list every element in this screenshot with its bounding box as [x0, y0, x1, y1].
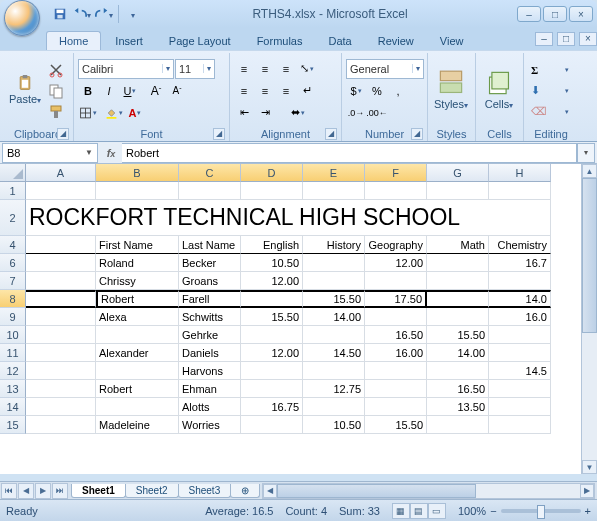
cell[interactable] [26, 272, 96, 290]
cell[interactable]: 16.00 [365, 344, 427, 362]
row-header-12[interactable]: 12 [0, 362, 26, 380]
cell[interactable] [26, 236, 96, 254]
cell[interactable]: Madeleine [96, 416, 179, 434]
cell[interactable]: 10.50 [241, 254, 303, 272]
cell[interactable] [489, 398, 551, 416]
scroll-down-button[interactable]: ▼ [582, 460, 597, 474]
align-middle-button[interactable]: ≡ [255, 59, 275, 79]
cell[interactable]: History [303, 236, 365, 254]
cell[interactable]: 12.00 [241, 272, 303, 290]
cell[interactable] [365, 398, 427, 416]
cell[interactable] [26, 398, 96, 416]
align-right-button[interactable]: ≡ [276, 81, 296, 101]
align-center-button[interactable]: ≡ [255, 81, 275, 101]
tab-nav-next[interactable]: ▶ [35, 483, 51, 499]
zoom-slider[interactable] [501, 509, 581, 513]
cell[interactable] [427, 416, 489, 434]
cell[interactable]: 12.75 [303, 380, 365, 398]
wrap-text-button[interactable]: ↵ [297, 81, 317, 101]
hscroll-thumb[interactable] [277, 484, 475, 498]
cell[interactable] [179, 182, 241, 200]
cell[interactable]: 15.50 [241, 308, 303, 326]
cell[interactable]: Chrissy [96, 272, 179, 290]
col-header-G[interactable]: G [427, 164, 489, 182]
title-cell[interactable]: ROCKFORT TECHNICAL HIGH SCHOOL [26, 200, 551, 236]
increase-font-button[interactable]: Aˆ [146, 81, 166, 101]
italic-button[interactable]: I [99, 81, 119, 101]
cell[interactable] [365, 380, 427, 398]
cell[interactable] [489, 380, 551, 398]
ribbon-tab-home[interactable]: Home [46, 31, 101, 50]
cell[interactable]: English [241, 236, 303, 254]
paste-button[interactable]: Paste [6, 55, 44, 126]
row-header-9[interactable]: 9 [0, 308, 26, 326]
cell[interactable] [26, 344, 96, 362]
cell[interactable]: Groans [179, 272, 241, 290]
page-break-view-button[interactable]: ▭ [428, 503, 446, 519]
cell[interactable]: Alexander [96, 344, 179, 362]
font-size-combo[interactable]: 11▾ [175, 59, 215, 79]
cell[interactable] [241, 362, 303, 380]
cell[interactable]: 13.50 [427, 398, 489, 416]
scroll-up-button[interactable]: ▲ [582, 164, 597, 178]
styles-button[interactable]: Styles [432, 55, 470, 126]
cell[interactable]: Robert [96, 290, 179, 308]
maximize-button[interactable]: □ [543, 6, 567, 22]
ribbon-tab-review[interactable]: Review [366, 32, 426, 50]
vscroll-thumb[interactable] [582, 178, 597, 333]
decrease-indent-button[interactable]: ⇤ [234, 103, 254, 123]
select-all-corner[interactable] [0, 164, 26, 182]
cell[interactable] [489, 272, 551, 290]
cell[interactable] [427, 182, 489, 200]
cell[interactable]: Ehman [179, 380, 241, 398]
sheet-tab-sheet3[interactable]: Sheet3 [178, 484, 232, 498]
row-header-6[interactable]: 6 [0, 254, 26, 272]
orientation-button[interactable]: ⤡▾ [297, 59, 317, 79]
cell[interactable] [26, 362, 96, 380]
align-bottom-button[interactable]: ≡ [276, 59, 296, 79]
cell[interactable]: 14.00 [303, 308, 365, 326]
percent-format-button[interactable]: % [367, 81, 387, 101]
cell[interactable]: Worries [179, 416, 241, 434]
font-name-combo[interactable]: Calibri▾ [78, 59, 174, 79]
office-button[interactable] [4, 0, 40, 36]
cell[interactable] [26, 326, 96, 344]
zoom-out-button[interactable]: − [490, 505, 496, 517]
cell[interactable] [427, 308, 489, 326]
formula-input[interactable]: Robert [122, 143, 577, 163]
alignment-dialog-launcher[interactable]: ◢ [325, 128, 337, 140]
cell[interactable] [489, 182, 551, 200]
tab-nav-first[interactable]: ⏮ [1, 483, 17, 499]
align-top-button[interactable]: ≡ [234, 59, 254, 79]
underline-button[interactable]: U▾ [120, 81, 140, 101]
col-header-C[interactable]: C [179, 164, 241, 182]
cell[interactable] [427, 290, 489, 308]
copy-button[interactable] [46, 81, 66, 101]
cell[interactable] [241, 326, 303, 344]
cell[interactable] [489, 344, 551, 362]
save-icon[interactable] [50, 4, 70, 24]
accounting-format-button[interactable]: $▾ [346, 81, 366, 101]
cell[interactable]: Last Name [179, 236, 241, 254]
clear-button[interactable]: ⌫▾ [528, 102, 572, 122]
cell[interactable]: Alotts [179, 398, 241, 416]
fx-icon[interactable]: fx [102, 147, 120, 159]
ribbon-tab-page-layout[interactable]: Page Layout [157, 32, 243, 50]
increase-decimal-button[interactable]: .0→ [346, 103, 366, 123]
cell[interactable]: Harvons [179, 362, 241, 380]
vertical-scrollbar[interactable]: ▲ ▼ [581, 164, 597, 474]
cell[interactable]: Farell [179, 290, 241, 308]
format-painter-button[interactable] [46, 102, 66, 122]
col-header-H[interactable]: H [489, 164, 551, 182]
cell[interactable] [427, 254, 489, 272]
increase-indent-button[interactable]: ⇥ [255, 103, 275, 123]
zoom-control[interactable]: 100% − + [458, 505, 591, 517]
font-color-button[interactable]: A▾ [125, 103, 145, 123]
ribbon-tab-view[interactable]: View [428, 32, 476, 50]
cell[interactable] [96, 326, 179, 344]
row-header-14[interactable]: 14 [0, 398, 26, 416]
cell[interactable] [365, 362, 427, 380]
cell[interactable] [26, 308, 96, 326]
cell[interactable]: 16.0 [489, 308, 551, 326]
cell[interactable]: 12.00 [241, 344, 303, 362]
